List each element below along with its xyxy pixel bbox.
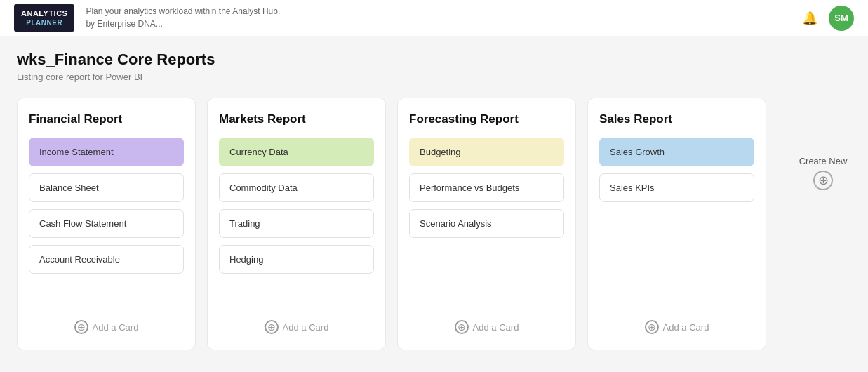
item-card-trading[interactable]: Trading <box>219 209 374 238</box>
add-card-icon: ⊕ <box>645 320 659 334</box>
report-title-markets: Markets Report <box>219 112 374 126</box>
cards-container: Financial ReportIncome StatementBalance … <box>17 98 795 350</box>
report-card-markets: Markets ReportCurrency DataCommodity Dat… <box>207 98 386 350</box>
add-card-icon: ⊕ <box>74 320 88 334</box>
item-card-account-receivable[interactable]: Account Receivable <box>29 245 184 274</box>
page-subtitle: Listing core report for Power BI <box>17 72 795 82</box>
content-area: wks_Finance Core Reports Listing core re… <box>17 51 795 350</box>
add-card-button-financial[interactable]: ⊕Add a Card <box>29 313 184 336</box>
item-card-balance-sheet[interactable]: Balance Sheet <box>29 173 184 202</box>
create-new-label: Create New <box>799 156 848 166</box>
item-card-income-statement[interactable]: Income Statement <box>29 138 184 166</box>
page-title: wks_Finance Core Reports <box>17 51 795 69</box>
header-left: ANALYTICS PLANNER Plan your analytics wo… <box>14 4 280 32</box>
report-card-sales: Sales ReportSales GrowthSales KPIs⊕Add a… <box>587 98 766 350</box>
bell-icon[interactable]: 🔔 <box>802 11 817 26</box>
item-card-budgeting[interactable]: Budgeting <box>409 138 564 166</box>
add-card-label: Add a Card <box>473 322 519 333</box>
item-card-performance-vs-budgets[interactable]: Performance vs Budgets <box>409 173 564 202</box>
subtitle-line2: by Enterprise DNA... <box>86 18 280 30</box>
add-card-icon: ⊕ <box>265 320 279 334</box>
add-card-button-sales[interactable]: ⊕Add a Card <box>599 313 754 336</box>
item-card-sales-kpis[interactable]: Sales KPIs <box>599 173 754 202</box>
header: ANALYTICS PLANNER Plan your analytics wo… <box>0 0 868 36</box>
header-subtitle: Plan your analytics workload within the … <box>86 5 280 30</box>
right-sidebar: Create New ⊕ <box>795 51 851 350</box>
add-card-label: Add a Card <box>663 322 709 333</box>
main-content: wks_Finance Core Reports Listing core re… <box>0 36 868 364</box>
item-card-sales-growth[interactable]: Sales Growth <box>599 138 754 166</box>
add-card-label: Add a Card <box>93 322 139 333</box>
item-card-currency-data[interactable]: Currency Data <box>219 138 374 166</box>
subtitle-line1: Plan your analytics workload within the … <box>86 5 280 18</box>
logo-bottom: PLANNER <box>26 18 62 27</box>
add-card-button-forecasting[interactable]: ⊕Add a Card <box>409 313 564 336</box>
report-card-forecasting: Forecasting ReportBudgetingPerformance v… <box>397 98 576 350</box>
add-card-label: Add a Card <box>283 322 329 333</box>
header-right: 🔔 SM <box>802 6 854 31</box>
item-card-scenario-analysis[interactable]: Scenario Analysis <box>409 209 564 238</box>
create-new-button[interactable]: ⊕ <box>813 171 833 190</box>
item-card-hedging[interactable]: Hedging <box>219 245 374 274</box>
report-card-financial: Financial ReportIncome StatementBalance … <box>17 98 196 350</box>
logo-top: ANALYTICS <box>21 8 67 18</box>
report-title-sales: Sales Report <box>599 112 754 126</box>
add-card-button-markets[interactable]: ⊕Add a Card <box>219 313 374 336</box>
avatar[interactable]: SM <box>829 6 854 31</box>
report-title-financial: Financial Report <box>29 112 184 126</box>
logo: ANALYTICS PLANNER <box>14 4 74 32</box>
item-card-cash-flow-statement[interactable]: Cash Flow Statement <box>29 209 184 238</box>
add-card-icon: ⊕ <box>455 320 469 334</box>
report-title-forecasting: Forecasting Report <box>409 112 564 126</box>
item-card-commodity-data[interactable]: Commodity Data <box>219 173 374 202</box>
